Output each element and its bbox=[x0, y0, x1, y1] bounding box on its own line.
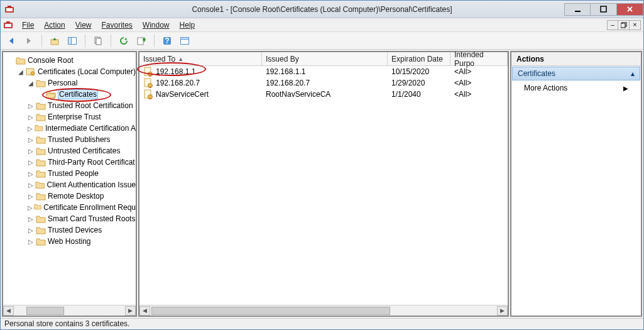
tree-item[interactable]: ▷Enterprise Trust bbox=[3, 111, 136, 123]
tree-item[interactable]: ▷Trusted Root Certification bbox=[3, 100, 136, 111]
mdi-minimize-button[interactable]: – bbox=[607, 20, 618, 30]
svg-rect-11 bbox=[621, 23, 625, 28]
export-button[interactable] bbox=[134, 34, 148, 48]
tree-item[interactable]: ▷Certificate Enrollment Requ bbox=[3, 202, 136, 213]
tree-item-personal[interactable]: ◢ Personal bbox=[3, 77, 136, 89]
menu-action[interactable]: Action bbox=[40, 19, 68, 31]
issued-to: 192.168.1.1 bbox=[156, 67, 195, 76]
actions-more-actions[interactable]: More Actions ▶ bbox=[511, 81, 641, 95]
tree-item[interactable]: ▷Trusted People bbox=[3, 168, 136, 179]
list-body[interactable]: 192.168.1.1192.168.1.110/15/2020<All>192… bbox=[139, 66, 508, 305]
expander-icon[interactable]: ▷ bbox=[27, 136, 35, 143]
sort-asc-icon: ▲ bbox=[178, 56, 183, 62]
svg-rect-3 bbox=[575, 11, 581, 12]
list-pane: Issued To▲ Issued By Expiration Date Int… bbox=[138, 51, 509, 317]
copy-button[interactable] bbox=[91, 34, 105, 48]
window-title: Console1 - [Console Root\Certificates (L… bbox=[1, 5, 643, 14]
table-row[interactable]: 192.168.20.7192.168.20.71/29/2020<All> bbox=[139, 77, 508, 89]
column-header-intended[interactable]: Intended Purpo bbox=[450, 52, 508, 65]
folder-icon bbox=[36, 192, 46, 201]
menu-window[interactable]: Window bbox=[139, 19, 173, 31]
column-header-issued-to[interactable]: Issued To▲ bbox=[139, 52, 262, 65]
folder-icon bbox=[36, 226, 46, 234]
tree-item[interactable]: ▷Client Authentication Issue bbox=[3, 179, 136, 190]
expander-icon[interactable]: ▷ bbox=[27, 238, 35, 245]
scroll-left-button[interactable]: ◀ bbox=[3, 306, 14, 316]
expander-icon[interactable]: ▷ bbox=[27, 192, 35, 200]
expander-icon[interactable]: ▷ bbox=[27, 147, 35, 155]
actions-section-title[interactable]: Certificates ▴ bbox=[512, 67, 640, 80]
maximize-button[interactable] bbox=[591, 3, 617, 16]
scroll-right-button[interactable]: ▶ bbox=[125, 306, 136, 316]
close-button[interactable] bbox=[617, 3, 643, 16]
scroll-right-button[interactable]: ▶ bbox=[497, 306, 508, 316]
expander-icon[interactable]: ▷ bbox=[27, 226, 35, 234]
mmc-icon bbox=[3, 20, 13, 30]
expander-spacer bbox=[37, 91, 45, 98]
expander-icon[interactable]: ▷ bbox=[27, 170, 35, 177]
expander-icon[interactable]: ▷ bbox=[27, 204, 33, 211]
certificate-icon bbox=[143, 67, 153, 77]
actions-header: Actions bbox=[511, 52, 641, 66]
tree-item[interactable]: ▷Trusted Publishers bbox=[3, 134, 136, 145]
actions-pane: Actions Certificates ▴ More Actions ▶ bbox=[510, 51, 642, 317]
tree-item[interactable]: ▷Web Hosting bbox=[3, 236, 136, 247]
help-button[interactable]: ? bbox=[160, 34, 174, 48]
mdi-restore-button[interactable] bbox=[618, 20, 630, 30]
expander-icon[interactable]: ▷ bbox=[27, 158, 35, 166]
folder-icon bbox=[36, 135, 46, 144]
cert-store-icon bbox=[26, 67, 36, 76]
table-row[interactable]: NavServiceCertRootNavServiceCA1/1/2040<A… bbox=[139, 89, 508, 100]
tree-item[interactable]: ▷Remote Desktop bbox=[3, 190, 136, 202]
expander-icon[interactable]: ◢ bbox=[27, 79, 35, 87]
show-hide-tree-button[interactable] bbox=[65, 34, 79, 48]
svg-rect-16 bbox=[96, 38, 101, 45]
column-header-issued-by[interactable]: Issued By bbox=[262, 52, 388, 65]
expander-icon[interactable]: ▷ bbox=[27, 102, 35, 109]
intended: <All> bbox=[450, 90, 508, 99]
issued-to: NavServiceCert bbox=[156, 90, 209, 99]
table-row[interactable]: 192.168.1.1192.168.1.110/15/2020<All> bbox=[139, 66, 508, 77]
folder-icon bbox=[36, 101, 46, 110]
expander-icon[interactable]: ▷ bbox=[27, 113, 35, 121]
forward-button[interactable] bbox=[22, 34, 36, 48]
issued-by: 192.168.20.7 bbox=[262, 79, 388, 87]
folder-icon bbox=[36, 237, 46, 246]
menu-help[interactable]: Help bbox=[176, 19, 199, 31]
tree-item[interactable]: ▷Untrusted Certificates bbox=[3, 145, 136, 157]
tree-item-console-root[interactable]: Console Root bbox=[3, 55, 136, 66]
folder-open-icon bbox=[46, 90, 56, 99]
titlebar[interactable]: Console1 - [Console Root\Certificates (L… bbox=[1, 1, 643, 18]
minimize-button[interactable] bbox=[564, 3, 591, 16]
menu-view[interactable]: View bbox=[72, 19, 96, 31]
column-header-expiry[interactable]: Expiration Date bbox=[388, 52, 450, 65]
tree-item[interactable]: ▷Trusted Devices bbox=[3, 224, 136, 236]
menu-favorites[interactable]: Favorites bbox=[98, 19, 136, 31]
scroll-left-button[interactable]: ◀ bbox=[139, 306, 150, 316]
tree-hscrollbar[interactable]: ◀ ▶ bbox=[3, 305, 136, 316]
svg-rect-12 bbox=[51, 40, 58, 45]
mdi-close-button[interactable]: × bbox=[630, 20, 641, 30]
expander-icon[interactable]: ▷ bbox=[27, 215, 35, 223]
tree-item[interactable]: ▷Intermediate Certification A bbox=[3, 123, 136, 134]
tree-item-certificates[interactable]: Certificates bbox=[3, 89, 136, 100]
tree-item-certificates-lc[interactable]: ◢ Certificates (Local Computer) bbox=[3, 66, 136, 77]
menubar: File Action View Favorites Window Help –… bbox=[1, 18, 643, 32]
tree-item[interactable]: ▷Third-Party Root Certificat bbox=[3, 157, 136, 168]
refresh-button[interactable] bbox=[117, 34, 131, 48]
menu-file[interactable]: File bbox=[18, 19, 38, 31]
view-options-button[interactable] bbox=[178, 34, 192, 48]
expander-icon[interactable]: ◢ bbox=[17, 68, 25, 75]
svg-text:?: ? bbox=[165, 36, 169, 45]
up-folder-button[interactable] bbox=[48, 34, 62, 48]
expander-icon[interactable]: ▷ bbox=[27, 181, 34, 189]
certificates-label: Certificates bbox=[58, 89, 98, 99]
expander-icon[interactable]: ▷ bbox=[27, 124, 33, 132]
tree-item[interactable]: ▷Smart Card Trusted Roots bbox=[3, 213, 136, 224]
back-button[interactable] bbox=[4, 34, 18, 48]
mmc-icon bbox=[4, 4, 14, 14]
window: Console1 - [Console Root\Certificates (L… bbox=[0, 0, 644, 330]
expander-icon[interactable] bbox=[7, 57, 14, 64]
list-hscrollbar[interactable]: ◀ ▶ bbox=[139, 305, 508, 316]
tree[interactable]: Console Root ◢ Certificates (Local Compu… bbox=[3, 52, 136, 305]
